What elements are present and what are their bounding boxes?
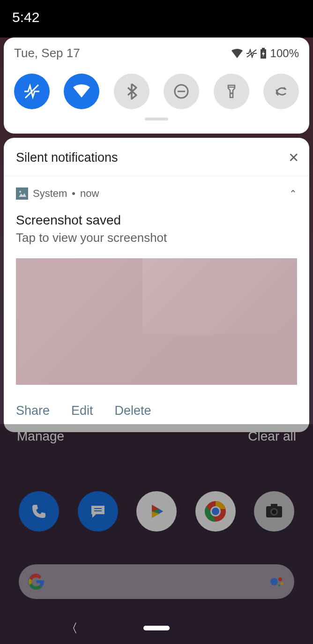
svg-point-25	[278, 577, 282, 581]
qs-tiles	[14, 74, 299, 109]
wifi-icon	[231, 49, 243, 58]
qs-tile-pulse[interactable]	[14, 74, 50, 109]
svg-point-10	[19, 191, 21, 193]
svg-rect-21	[271, 504, 277, 507]
clear-all-button[interactable]: Clear all	[248, 429, 296, 444]
manage-button[interactable]: Manage	[17, 429, 64, 444]
delete-button[interactable]: Delete	[115, 404, 151, 418]
notif-time: now	[80, 187, 99, 200]
qs-top-row: Tue, Sep 17 100%	[14, 46, 299, 60]
notif-app-row: System • now ⌃	[16, 187, 297, 200]
rotate-icon	[272, 82, 291, 101]
home-pill[interactable]	[143, 626, 170, 630]
edit-button[interactable]: Edit	[71, 404, 93, 418]
status-time: 5:42	[12, 9, 39, 25]
notification-panel: Silent notifications ✕ System • now ⌃ Sc…	[4, 138, 309, 432]
camera-app-icon[interactable]	[254, 491, 294, 532]
search-bar[interactable]	[19, 564, 294, 599]
battery-icon	[260, 48, 267, 59]
svg-rect-2	[262, 48, 265, 49]
qs-tile-rotate[interactable]	[263, 74, 299, 109]
separator-dot: •	[72, 187, 75, 200]
svg-point-7	[231, 92, 232, 94]
share-button[interactable]: Share	[16, 404, 50, 418]
quick-settings-panel[interactable]: Tue, Sep 17 100%	[4, 37, 309, 134]
screenshot-preview[interactable]	[16, 258, 297, 385]
chevron-up-icon[interactable]: ⌃	[289, 188, 297, 199]
bluetooth-icon	[122, 82, 141, 101]
svg-point-23	[272, 509, 276, 514]
status-bar-bg	[0, 0, 313, 37]
notif-app-name: System	[33, 187, 67, 200]
chrome-app-icon[interactable]	[195, 491, 236, 532]
pulse-icon	[246, 49, 257, 58]
dock	[19, 491, 294, 532]
notif-subtitle: Tap to view your screenshot	[16, 231, 297, 245]
battery-text: 100%	[270, 47, 299, 60]
wifi-icon	[72, 82, 91, 101]
phone-app-icon[interactable]	[19, 491, 59, 532]
screen: 5:42 Tue, Sep 17 100%	[0, 0, 313, 644]
qs-expand-handle[interactable]	[145, 118, 168, 120]
nav-bar: 〈	[0, 619, 313, 637]
qs-tile-bluetooth[interactable]	[114, 74, 149, 109]
qs-date[interactable]: Tue, Sep 17	[14, 46, 80, 60]
silent-title: Silent notifications	[16, 150, 118, 165]
image-icon	[16, 187, 28, 200]
assistant-icon[interactable]	[269, 574, 285, 590]
notif-footer: Manage Clear all	[0, 429, 313, 444]
notif-actions: Share Edit Delete	[16, 404, 297, 418]
close-icon[interactable]: ✕	[288, 150, 299, 165]
notif-title: Screenshot saved	[16, 213, 297, 228]
svg-point-27	[278, 584, 280, 586]
svg-point-26	[281, 582, 283, 585]
messages-app-icon[interactable]	[78, 491, 118, 532]
dnd-icon	[172, 82, 191, 101]
play-store-app-icon[interactable]	[136, 491, 177, 532]
qs-tile-dnd[interactable]	[164, 74, 199, 109]
google-g-icon	[28, 574, 44, 590]
pulse-icon	[22, 82, 41, 101]
silent-header: Silent notifications ✕	[4, 138, 309, 176]
flashlight-icon	[222, 82, 241, 101]
svg-point-24	[270, 578, 278, 585]
notification-card[interactable]: System • now ⌃ Screenshot saved Tap to v…	[4, 176, 309, 432]
dim-overlay	[0, 424, 313, 644]
svg-marker-16	[158, 509, 163, 514]
qs-status-icons: 100%	[231, 47, 299, 60]
qs-tile-flashlight[interactable]	[214, 74, 249, 109]
svg-point-19	[212, 508, 219, 515]
qs-tile-wifi[interactable]	[64, 74, 99, 109]
back-icon[interactable]: 〈	[66, 620, 78, 637]
